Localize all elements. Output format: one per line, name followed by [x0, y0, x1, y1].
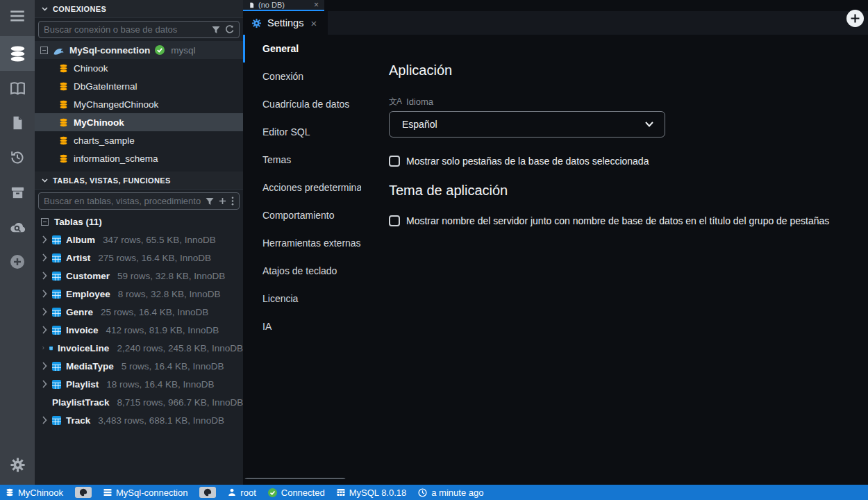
- table-search: [38, 192, 240, 210]
- add-icon[interactable]: [219, 197, 226, 205]
- chevron-right-icon[interactable]: [42, 362, 47, 370]
- chevron-right-icon[interactable]: [42, 416, 47, 424]
- rail-item-files[interactable]: [0, 106, 35, 140]
- status-server-version: MySQL 8.0.18: [337, 488, 407, 498]
- checkbox-show-server-name-in-tab-group[interactable]: [389, 215, 400, 226]
- database-item[interactable]: information_schema: [35, 149, 243, 167]
- language-select[interactable]: Español: [389, 111, 665, 138]
- chevron-right-icon[interactable]: [42, 380, 47, 388]
- chevron-right-icon[interactable]: [42, 235, 47, 244]
- rail-item-archive[interactable]: [0, 175, 35, 210]
- palette-icon: [79, 488, 87, 497]
- tables-group[interactable]: Tablas (11): [35, 212, 243, 231]
- server-icon: [103, 488, 112, 497]
- database-name: DbGateInternal: [74, 81, 137, 92]
- left-panel: CONEXIONES MySql-connection mysql Chinoo…: [35, 0, 243, 485]
- connection-color-palette-button[interactable]: [199, 487, 216, 498]
- chevron-right-icon[interactable]: [42, 272, 47, 280]
- tab-group-no-db[interactable]: (no DB) ×: [243, 0, 324, 11]
- mysql-dolphin-icon: [53, 45, 65, 56]
- table-row[interactable]: Employee8 rows, 32.8 KB, InnoDB: [35, 285, 243, 303]
- book-icon: [9, 80, 26, 97]
- connections-header[interactable]: CONEXIONES: [35, 0, 243, 18]
- status-connected: Connected: [268, 488, 325, 498]
- palette-icon: [203, 488, 212, 497]
- user-icon: [228, 488, 236, 497]
- table-row[interactable]: Invoice412 rows, 81.9 KB, InnoDB: [35, 321, 243, 339]
- status-last-used: a minute ago: [418, 488, 483, 498]
- database-color-palette-button[interactable]: [75, 487, 92, 498]
- rail-item-databases[interactable]: [0, 36, 35, 71]
- chevron-right-icon[interactable]: [42, 253, 47, 262]
- collapse-box-icon[interactable]: [40, 47, 48, 54]
- filter-icon[interactable]: [206, 197, 214, 206]
- hamburger-menu-icon[interactable]: [0, 0, 35, 32]
- database-name: charts_sample: [74, 135, 135, 146]
- database-item[interactable]: MyChangedChinook: [35, 95, 243, 113]
- table-row[interactable]: Artist275 rows, 16.4 KB, InnoDB: [35, 249, 243, 267]
- chevron-right-icon[interactable]: [42, 344, 44, 352]
- file-icon: [10, 115, 25, 131]
- filter-icon[interactable]: [212, 26, 220, 34]
- chevron-right-icon[interactable]: [42, 326, 47, 334]
- settings-nav-sql-editor[interactable]: Editor SQL: [243, 118, 361, 146]
- close-icon[interactable]: ×: [314, 0, 319, 10]
- table-row[interactable]: Track3,483 rows, 688.1 KB, InnoDB: [35, 411, 243, 429]
- database-item[interactable]: DbGateInternal: [35, 77, 243, 95]
- settings-nav-default-actions[interactable]: Acciones predeterminadas: [243, 174, 361, 201]
- settings-nav-behaviour[interactable]: Comportamiento: [243, 201, 361, 229]
- table-icon: [52, 416, 61, 425]
- table-row[interactable]: InvoiceLine2,240 rows, 245.8 KB, InnoDB: [35, 339, 243, 357]
- chevron-right-icon[interactable]: [42, 308, 47, 316]
- table-icon: [52, 308, 61, 317]
- settings-nav-connection[interactable]: Conexión: [243, 62, 361, 90]
- connections-header-label: CONEXIONES: [53, 5, 106, 13]
- chevron-right-icon[interactable]: [42, 290, 47, 298]
- settings-gear-button[interactable]: [0, 447, 35, 482]
- database-item-selected[interactable]: MyChinook: [35, 113, 243, 131]
- table-row[interactable]: PlaylistTrack8,715 rows, 966.7 KB, InnoD…: [35, 393, 243, 411]
- rail-item-favorites[interactable]: [0, 71, 35, 106]
- table-row[interactable]: MediaType5 rows, 16.4 KB, InnoDB: [35, 357, 243, 375]
- table-row[interactable]: Customer59 rows, 32.8 KB, InnoDB: [35, 267, 243, 285]
- rail-item-history[interactable]: [0, 140, 35, 175]
- settings-nav-external-tools[interactable]: Herramientas externas: [243, 229, 361, 257]
- settings-nav-themes[interactable]: Temas: [243, 146, 361, 174]
- rail-item-cloud-search[interactable]: [0, 210, 35, 244]
- connection-item[interactable]: MySql-connection mysql: [35, 41, 243, 59]
- history-icon: [9, 149, 26, 166]
- connection-search-input[interactable]: [44, 24, 207, 35]
- kebab-menu-icon[interactable]: [231, 197, 234, 206]
- file-icon: [249, 1, 255, 9]
- collapse-box-icon[interactable]: [41, 218, 49, 226]
- database-icon: [6, 488, 14, 497]
- settings-nav-ai[interactable]: IA: [243, 312, 361, 340]
- tables-header[interactable]: TABLAS, VISTAS, FUNCIONES: [35, 172, 243, 190]
- database-icon: [59, 136, 68, 145]
- table-search-input[interactable]: [44, 196, 201, 206]
- checkbox-show-only-selected-db-tabs[interactable]: [389, 156, 400, 167]
- close-icon[interactable]: ×: [310, 17, 317, 29]
- database-item[interactable]: charts_sample: [35, 131, 243, 149]
- tables-header-label: TABLAS, VISTAS, FUNCIONES: [53, 176, 171, 185]
- section-title-theme: Tema de aplicación: [389, 183, 868, 199]
- chevron-down-icon: [42, 178, 48, 183]
- settings-nav-general[interactable]: General: [243, 35, 361, 62]
- tab-settings[interactable]: Settings ×: [243, 11, 328, 35]
- rail-item-add[interactable]: [0, 244, 35, 279]
- settings-nav-keyboard-shortcuts[interactable]: Atajos de teclado: [243, 257, 361, 285]
- database-item[interactable]: Chinook: [35, 59, 243, 77]
- database-icon: [59, 64, 68, 73]
- horizontal-scrollbar[interactable]: [244, 478, 346, 479]
- table-row[interactable]: Album347 rows, 65.5 KB, InnoDB: [35, 231, 243, 249]
- settings-nav-license[interactable]: Licencia: [243, 285, 361, 312]
- settings-nav: General Conexión Cuadrícula de datos Edi…: [243, 35, 361, 479]
- table-icon: [52, 253, 61, 262]
- refresh-icon[interactable]: [225, 25, 234, 34]
- table-row[interactable]: Genre25 rows, 16.4 KB, InnoDB: [35, 303, 243, 321]
- status-database: MyChinook: [6, 488, 63, 498]
- table-row[interactable]: Playlist18 rows, 16.4 KB, InnoDB: [35, 375, 243, 393]
- clock-icon: [418, 488, 427, 497]
- settings-nav-datagrid[interactable]: Cuadrícula de datos: [243, 90, 361, 118]
- new-connection-button[interactable]: [846, 10, 864, 27]
